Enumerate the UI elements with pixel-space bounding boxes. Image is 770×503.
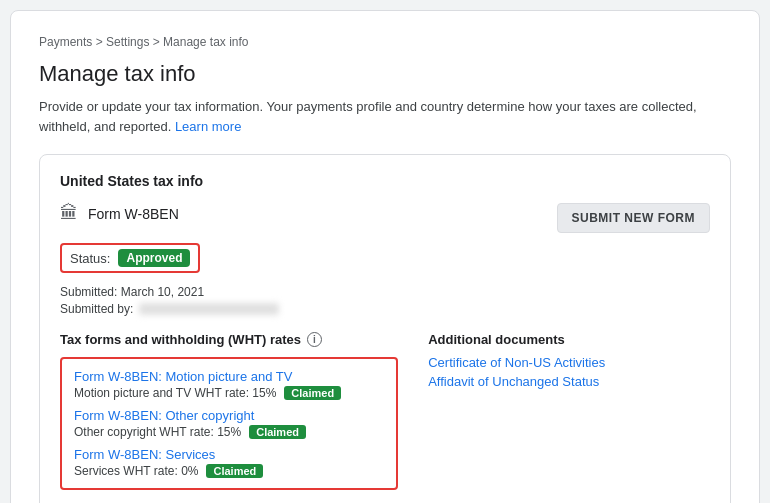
- tax-form-link-0[interactable]: Form W-8BEN: Motion picture and TV: [74, 369, 384, 384]
- section-card: United States tax info 🏛 Form W-8BEN SUB…: [39, 154, 731, 503]
- breadcrumb-current: Manage tax info: [163, 35, 248, 49]
- status-badge: Approved: [118, 249, 190, 267]
- tax-rate-row-0: Motion picture and TV WHT rate: 15% Clai…: [74, 386, 384, 400]
- learn-more-link[interactable]: Learn more: [175, 119, 241, 134]
- claimed-badge-0: Claimed: [284, 386, 341, 400]
- tax-form-item-1: Form W-8BEN: Other copyright Other copyr…: [74, 408, 384, 439]
- breadcrumb-separator-2: >: [153, 35, 163, 49]
- page-description: Provide or update your tax information. …: [39, 97, 731, 136]
- additional-docs-title: Additional documents: [428, 332, 710, 347]
- form-header: 🏛 Form W-8BEN SUBMIT NEW FORM: [60, 203, 710, 233]
- form-title-row: 🏛 Form W-8BEN: [60, 203, 179, 224]
- col-left: Tax forms and withholding (WHT) rates i …: [60, 332, 398, 503]
- tax-rate-row-1: Other copyright WHT rate: 15% Claimed: [74, 425, 384, 439]
- breadcrumb-separator-1: >: [96, 35, 106, 49]
- tax-forms-title: Tax forms and withholding (WHT) rates i: [60, 332, 398, 347]
- claimed-badge-1: Claimed: [249, 425, 306, 439]
- status-row: Status: Approved: [60, 243, 200, 273]
- submitted-by-line: Submitted by:: [60, 302, 710, 316]
- breadcrumb-payments[interactable]: Payments: [39, 35, 92, 49]
- form-name: Form W-8BEN: [88, 206, 179, 222]
- claimed-badge-2: Claimed: [206, 464, 263, 478]
- page-wrapper: Payments > Settings > Manage tax info Ma…: [10, 10, 760, 503]
- breadcrumb: Payments > Settings > Manage tax info: [39, 35, 731, 49]
- info-icon[interactable]: i: [307, 332, 322, 347]
- breadcrumb-settings[interactable]: Settings: [106, 35, 149, 49]
- section-title: United States tax info: [60, 173, 710, 189]
- tax-form-item-0: Form W-8BEN: Motion picture and TV Motio…: [74, 369, 384, 400]
- submitted-by-blurred: [139, 303, 279, 315]
- tax-form-link-2[interactable]: Form W-8BEN: Services: [74, 447, 384, 462]
- two-col-layout: Tax forms and withholding (WHT) rates i …: [60, 332, 710, 503]
- col-right: Additional documents Certificate of Non-…: [428, 332, 710, 503]
- status-label: Status:: [70, 251, 110, 266]
- submitted-date-line: Submitted: March 10, 2021: [60, 285, 710, 299]
- page-title: Manage tax info: [39, 61, 731, 87]
- tax-forms-box: Form W-8BEN: Motion picture and TV Motio…: [60, 357, 398, 490]
- doc-link-0[interactable]: Certificate of Non-US Activities: [428, 355, 710, 370]
- bank-icon: 🏛: [60, 203, 78, 224]
- tax-form-item-2: Form W-8BEN: Services Services WHT rate:…: [74, 447, 384, 478]
- submit-new-form-button[interactable]: SUBMIT NEW FORM: [557, 203, 711, 233]
- doc-link-1[interactable]: Affidavit of Unchanged Status: [428, 374, 710, 389]
- tax-rate-row-2: Services WHT rate: 0% Claimed: [74, 464, 384, 478]
- tax-form-link-1[interactable]: Form W-8BEN: Other copyright: [74, 408, 384, 423]
